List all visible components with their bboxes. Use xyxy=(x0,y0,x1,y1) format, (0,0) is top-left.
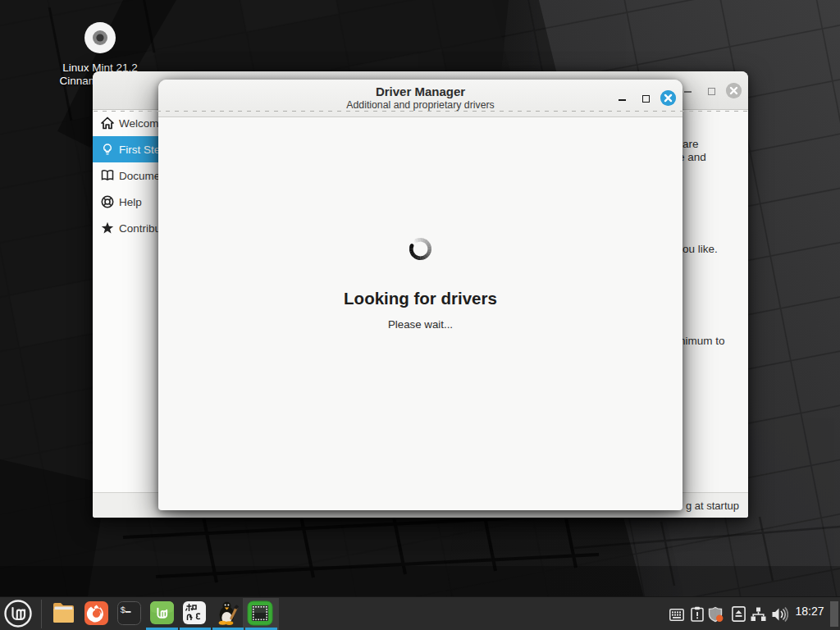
svg-text:$: $ xyxy=(121,605,126,615)
